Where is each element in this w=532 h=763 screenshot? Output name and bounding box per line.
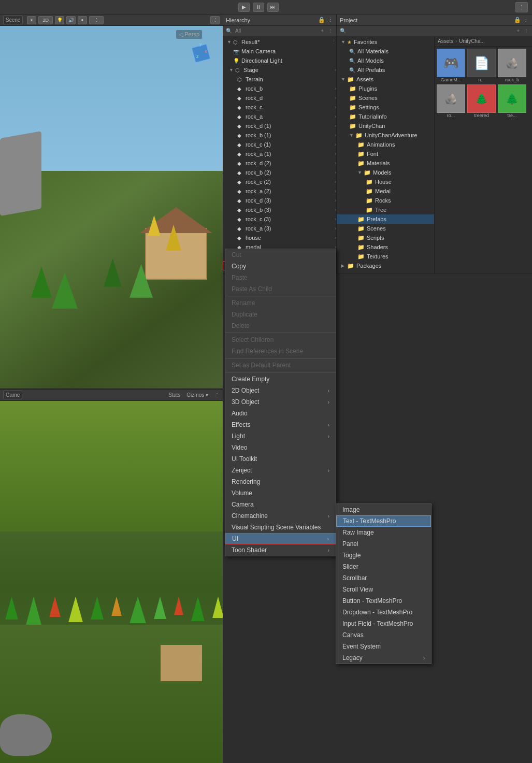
project-prefabs[interactable]: 📁 Prefabs — [337, 214, 434, 224]
scene-content[interactable]: ◁ Persp y x z — [0, 26, 223, 388]
submenu-button-tmp[interactable]: Button - TextMeshPro — [336, 595, 431, 607]
submenu-dropdown-tmp[interactable]: Dropdown - TextMeshPro — [336, 607, 431, 618]
ctx-volume[interactable]: Volume — [225, 487, 336, 499]
project-settings[interactable]: 📁 Settings — [337, 103, 434, 112]
tree-item-main-camera[interactable]: 📷 Main Camera — [223, 47, 336, 56]
submenu-text-tmp[interactable]: Text - TextMeshPro — [336, 515, 431, 527]
tree-item-rock-a3[interactable]: ◆ rock_a (3) › — [223, 224, 336, 233]
ctx-2d-object[interactable]: 2D Object › — [225, 385, 336, 396]
submenu-slider[interactable]: Slider — [336, 561, 431, 572]
project-tutorialinfo[interactable]: 📁 TutorialInfo — [337, 112, 434, 121]
ctx-audio[interactable]: Audio — [225, 408, 336, 419]
ctx-3d-object[interactable]: 3D Object › — [225, 396, 336, 408]
ctx-find-references[interactable]: Find References in Scene — [225, 345, 336, 357]
submenu-scrollbar[interactable]: Scrollbar — [336, 572, 431, 584]
hierarchy-lock[interactable]: 🔒 — [318, 17, 325, 23]
ctx-paste[interactable]: Paste — [225, 272, 336, 283]
project-materials[interactable]: 📁 Materials — [337, 159, 434, 168]
project-rocks[interactable]: 📁 Rocks — [337, 196, 434, 205]
gizmos-game-button[interactable]: Gizmos ▾ — [186, 392, 208, 398]
scene-tab[interactable]: Scene — [3, 16, 23, 24]
ctx-video[interactable]: Video — [225, 442, 336, 453]
tree-item-rock-d3[interactable]: ◆ rock_d (3) › — [223, 196, 336, 205]
project-more[interactable]: ⋮ — [523, 17, 529, 23]
project-house[interactable]: 📁 House — [337, 177, 434, 186]
project-animations[interactable]: 📁 Animations — [337, 140, 434, 149]
project-lock[interactable]: 🔒 — [514, 17, 521, 23]
tree-item-result[interactable]: ▼ ⬡ Result* ⋮ — [223, 37, 336, 47]
submenu-image[interactable]: Image — [336, 504, 431, 515]
project-textures[interactable]: 📁 Textures — [337, 252, 434, 261]
tree-item-rock-c[interactable]: ◆ rock_c › — [223, 103, 336, 112]
project-shaders[interactable]: 📁 Shaders — [337, 242, 434, 252]
project-scenes[interactable]: 📁 Scenes — [337, 93, 434, 103]
project-favorites[interactable]: ▼ ★ Favorites — [337, 37, 434, 47]
asset-thumb-rock-b[interactable]: 🪨 rock_b — [498, 49, 526, 82]
ctx-ui-toolkit[interactable]: UI Toolkit — [225, 453, 336, 465]
ctx-set-default-parent[interactable]: Set as Default Parent — [225, 359, 336, 371]
tree-item-rock-b3[interactable]: ◆ rock_b (3) › — [223, 205, 336, 214]
project-scenes2[interactable]: 📁 Scenes — [337, 224, 434, 233]
ctx-create-empty[interactable]: Create Empty — [225, 373, 336, 385]
ctx-zenject[interactable]: Zenject › — [225, 465, 336, 476]
play-button[interactable]: ▶ — [238, 3, 250, 12]
submenu-raw-image[interactable]: Raw Image — [336, 527, 431, 538]
tree-item-directional-light[interactable]: 💡 Directional Light — [223, 56, 336, 65]
project-scripts[interactable]: 📁 Scripts — [337, 233, 434, 242]
project-assets[interactable]: ▼ 📁 Assets — [337, 75, 434, 84]
tree-item-house[interactable]: ◆ house › — [223, 233, 336, 242]
project-menu[interactable]: ⋮ — [524, 28, 529, 34]
ctx-ui[interactable]: UI › — [225, 533, 336, 544]
more-game-button[interactable]: ⋮ — [214, 392, 220, 398]
tree-item-rock-c1[interactable]: ◆ rock_c (1) › — [223, 140, 336, 149]
step-button[interactable]: ⏭ — [267, 3, 279, 12]
tree-item-rock-b2[interactable]: ◆ rock_b (2) › — [223, 168, 336, 177]
submenu-toggle[interactable]: Toggle — [336, 550, 431, 561]
tree-item-stage[interactable]: ▼ ⬡ Stage › — [223, 65, 336, 75]
submenu-legacy[interactable]: Legacy › — [336, 652, 431, 664]
tree-item-rock-a[interactable]: ◆ rock_a › — [223, 112, 336, 121]
project-all-models[interactable]: 🔍 All Models — [337, 56, 434, 65]
ctx-rendering[interactable]: Rendering — [225, 476, 336, 487]
ctx-cinemachine[interactable]: Cinemachine › — [225, 510, 336, 522]
hierarchy-more[interactable]: ⋮ — [327, 17, 333, 23]
stats-button[interactable]: Stats — [169, 392, 181, 398]
project-tree[interactable]: ▼ ★ Favorites 🔍 All Materials 🔍 All Mode… — [337, 36, 435, 273]
project-all-materials[interactable]: 🔍 All Materials — [337, 47, 434, 56]
game-view[interactable]: Game Stats Gizmos ▾ ⋮ — [0, 390, 223, 764]
submenu-canvas[interactable]: Canvas — [336, 629, 431, 641]
shading-button[interactable]: ☀ — [27, 16, 36, 24]
tree-item-rock-c3[interactable]: ◆ rock_c (3) › — [223, 214, 336, 224]
ctx-light[interactable]: Light › — [225, 430, 336, 442]
project-medal[interactable]: 📁 Medal — [337, 186, 434, 196]
ctx-rename[interactable]: Rename — [225, 297, 336, 309]
submenu-scroll-view[interactable]: Scroll View — [336, 584, 431, 595]
project-unitychan[interactable]: 📁 UnityChan — [337, 121, 434, 131]
project-font[interactable]: 📁 Font — [337, 149, 434, 159]
asset-thumb-ro[interactable]: 🪨 ro... — [437, 84, 465, 118]
tree-item-rock-a1[interactable]: ◆ rock_a (1) › — [223, 149, 336, 159]
project-unitychanadventure[interactable]: ▼ 📁 UnityChanAdventure — [337, 131, 434, 140]
submenu-input-field-tmp[interactable]: Input Field - TextMeshPro — [336, 618, 431, 629]
hierarchy-more2[interactable]: ⋮ — [328, 28, 333, 34]
ctx-toon-shader[interactable]: Toon Shader › — [225, 544, 336, 556]
project-tree-folder[interactable]: 📁 Tree — [337, 205, 434, 214]
ctx-cut[interactable]: Cut — [225, 249, 336, 261]
ctx-delete[interactable]: Delete — [225, 320, 336, 332]
tree-item-rock-d1[interactable]: ◆ rock_d (1) › — [223, 121, 336, 131]
tree-item-rock-d[interactable]: ◆ rock_d › — [223, 93, 336, 103]
asset-thumb-n[interactable]: 📄 n... — [467, 49, 496, 82]
pause-button[interactable]: ⏸ — [253, 3, 264, 12]
asset-thumb-gamem[interactable]: 🎮 GameM... — [437, 49, 465, 82]
gizmos-button[interactable]: ⋮ — [210, 16, 220, 24]
hierarchy-add[interactable]: + — [321, 28, 324, 34]
asset-thumb-tre[interactable]: 🌲 tre... — [498, 84, 526, 118]
project-packages[interactable]: ▶ 📁 Packages — [337, 261, 434, 270]
ctx-camera[interactable]: Camera — [225, 499, 336, 510]
2d-button[interactable]: 2D — [38, 16, 53, 24]
scene-view[interactable]: Scene ☀ 2D 💡 🔊 ✦ ⋮ ⋮ — [0, 15, 223, 390]
project-plugins[interactable]: 📁 Plugins — [337, 84, 434, 93]
scene-menu-button[interactable]: ⋮ — [89, 16, 104, 24]
fx-button[interactable]: ✦ — [78, 16, 87, 24]
tree-item-rock-b[interactable]: ◆ rock_b › — [223, 84, 336, 93]
